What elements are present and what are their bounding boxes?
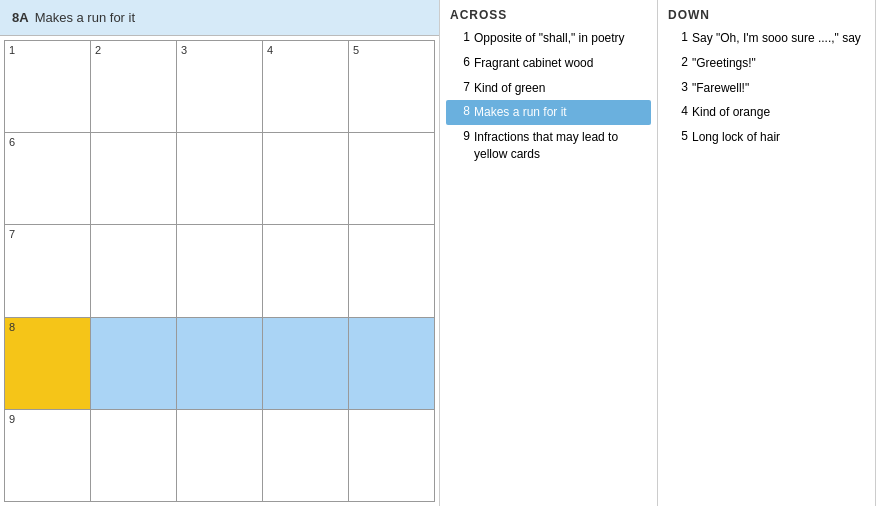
- active-clue-number: 8A: [12, 10, 29, 25]
- clue-text: Fragrant cabinet wood: [474, 55, 593, 72]
- down-section: DOWN 1Say "Oh, I'm sooo sure ....," say2…: [658, 0, 876, 506]
- grid-cell[interactable]: [263, 133, 349, 225]
- left-panel: 8A Makes a run for it 123456789: [0, 0, 440, 506]
- grid-cell[interactable]: [263, 225, 349, 317]
- grid-cell[interactable]: [177, 133, 263, 225]
- across-clue-item[interactable]: 8Makes a run for it: [446, 100, 651, 125]
- grid-cell[interactable]: [349, 317, 435, 409]
- across-clue-item[interactable]: 9Infractions that may lead to yellow car…: [446, 125, 651, 167]
- clue-text: Opposite of "shall," in poetry: [474, 30, 625, 47]
- clue-number: 9: [452, 129, 470, 143]
- grid-cell[interactable]: 7: [5, 225, 91, 317]
- active-clue-header: 8A Makes a run for it: [0, 0, 439, 36]
- grid-cell[interactable]: [263, 317, 349, 409]
- cell-number-label: 1: [9, 44, 15, 56]
- grid-cell[interactable]: 6: [5, 133, 91, 225]
- down-clue-item[interactable]: 1Say "Oh, I'm sooo sure ....," say: [664, 26, 869, 51]
- cell-number-label: 8: [9, 321, 15, 333]
- down-title: DOWN: [658, 0, 875, 26]
- down-clue-item[interactable]: 4Kind of orange: [664, 100, 869, 125]
- clue-number: 2: [670, 55, 688, 69]
- grid-cell[interactable]: [177, 225, 263, 317]
- cell-number-label: 6: [9, 136, 15, 148]
- grid-cell[interactable]: 2: [91, 41, 177, 133]
- grid-cell[interactable]: [349, 133, 435, 225]
- down-clues-list[interactable]: 1Say "Oh, I'm sooo sure ....," say2"Gree…: [658, 26, 875, 506]
- clue-number: 8: [452, 104, 470, 118]
- across-clue-item[interactable]: 7Kind of green: [446, 76, 651, 101]
- clue-text: Kind of orange: [692, 104, 770, 121]
- grid-cell[interactable]: [177, 409, 263, 501]
- down-clue-item[interactable]: 5Long lock of hair: [664, 125, 869, 150]
- clue-text: Infractions that may lead to yellow card…: [474, 129, 645, 163]
- across-clues-list[interactable]: 1Opposite of "shall," in poetry6Fragrant…: [440, 26, 657, 506]
- grid-cell[interactable]: [91, 133, 177, 225]
- clue-number: 1: [670, 30, 688, 44]
- grid-cell[interactable]: 5: [349, 41, 435, 133]
- across-clue-item[interactable]: 6Fragrant cabinet wood: [446, 51, 651, 76]
- clue-text: Say "Oh, I'm sooo sure ....," say: [692, 30, 861, 47]
- cell-number-label: 5: [353, 44, 359, 56]
- clue-text: "Greetings!": [692, 55, 756, 72]
- down-clue-item[interactable]: 3"Farewell!": [664, 76, 869, 101]
- grid-cell[interactable]: [91, 409, 177, 501]
- grid-cell[interactable]: [177, 317, 263, 409]
- grid-cell[interactable]: 9: [5, 409, 91, 501]
- grid-cell[interactable]: [91, 317, 177, 409]
- clue-number: 7: [452, 80, 470, 94]
- cell-number-label: 7: [9, 228, 15, 240]
- grid-cell[interactable]: [91, 225, 177, 317]
- clue-number: 1: [452, 30, 470, 44]
- clue-number: 4: [670, 104, 688, 118]
- grid-cell[interactable]: [349, 409, 435, 501]
- across-clue-item[interactable]: 1Opposite of "shall," in poetry: [446, 26, 651, 51]
- right-panel: ACROSS 1Opposite of "shall," in poetry6F…: [440, 0, 876, 506]
- clue-number: 5: [670, 129, 688, 143]
- crossword-grid: 123456789: [4, 40, 435, 502]
- grid-container: 123456789: [0, 36, 439, 506]
- active-clue-text: Makes a run for it: [35, 10, 135, 25]
- cell-number-label: 9: [9, 413, 15, 425]
- across-title: ACROSS: [440, 0, 657, 26]
- grid-cell[interactable]: 8: [5, 317, 91, 409]
- grid-cell[interactable]: 4: [263, 41, 349, 133]
- grid-cell[interactable]: [263, 409, 349, 501]
- clue-number: 3: [670, 80, 688, 94]
- clue-text: "Farewell!": [692, 80, 749, 97]
- cell-number-label: 4: [267, 44, 273, 56]
- across-section: ACROSS 1Opposite of "shall," in poetry6F…: [440, 0, 658, 506]
- grid-cell[interactable]: [349, 225, 435, 317]
- down-clue-item[interactable]: 2"Greetings!": [664, 51, 869, 76]
- cell-number-label: 3: [181, 44, 187, 56]
- clue-number: 6: [452, 55, 470, 69]
- grid-cell[interactable]: 3: [177, 41, 263, 133]
- clue-text: Kind of green: [474, 80, 545, 97]
- clue-text: Long lock of hair: [692, 129, 780, 146]
- cell-number-label: 2: [95, 44, 101, 56]
- grid-cell[interactable]: 1: [5, 41, 91, 133]
- clue-text: Makes a run for it: [474, 104, 567, 121]
